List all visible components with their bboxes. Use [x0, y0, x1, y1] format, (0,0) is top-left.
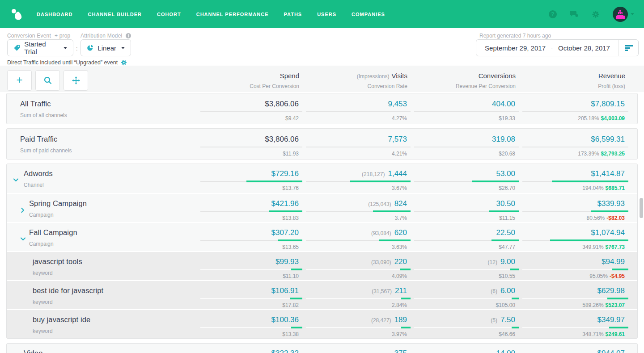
cell-revenue: $6,599.31173.39%$2,793.25 [522, 129, 628, 159]
row-name-cell: Video [7, 344, 197, 353]
nav-item-users[interactable]: USERS [317, 12, 336, 17]
filter-separator: : [76, 45, 78, 52]
cell-value-line: $421.96 [200, 199, 302, 208]
cell-value-line: (31,567)211 [306, 286, 411, 295]
nav-item-paths[interactable]: PATHS [284, 12, 302, 17]
row-title: buy javascript ide [33, 315, 197, 324]
column-header-visits[interactable]: (Impressions)VisitsConversion Rate [306, 72, 411, 89]
cell-value-line: 14.00 [414, 349, 519, 353]
app-logo-icon[interactable] [10, 8, 23, 21]
date-filter-button[interactable] [619, 40, 638, 56]
divider-line [306, 269, 411, 270]
cell-main-value: 53.00 [496, 169, 515, 178]
help-icon[interactable]: ? [548, 10, 557, 19]
progress-bar [401, 327, 411, 328]
cell-sub-line: $17.82 [200, 302, 302, 308]
column-header-conversions[interactable]: ConversionsRevenue Per Conversion [415, 72, 519, 89]
cell-sub-line: 3.97% [306, 331, 411, 337]
cell-divider [414, 210, 519, 212]
table-row-adwords[interactable]: AdwordsChannel$729.16$13.76(218,127)1,44… [7, 164, 637, 193]
cell-paren-value: (28,427) [371, 317, 391, 324]
row-title: Paid Traffic [20, 135, 197, 143]
cell-sub-line: 3.63% [306, 244, 411, 250]
nav-item-dashboard[interactable]: DASHBOARD [37, 12, 73, 17]
column-header-revenue[interactable]: RevenueProfit (loss) [523, 72, 629, 89]
progress-bar [291, 269, 302, 270]
cell-revenue: $94.9995.05%-$4.95 [522, 252, 628, 280]
cell-sub-value: $10.55 [499, 273, 515, 279]
scrollbar-thumb[interactable] [640, 198, 643, 218]
conversion-event-value: Started Trial [24, 40, 59, 55]
cell-revenue: $349.97348.71%$249.61 [522, 310, 628, 338]
progress-bar [290, 298, 302, 299]
cell-divider [522, 240, 628, 241]
cell-divider [306, 146, 411, 148]
cell-sub-line: 194.04%$685.71 [522, 185, 628, 191]
attribution-model-dropdown[interactable]: Linear [80, 39, 131, 56]
cell-sub-value: $26.70 [499, 185, 515, 191]
table-row-fall-campaign[interactable]: Fall CampaignCampaign$307.20$13.65(93,08… [7, 222, 637, 251]
nav-item-companies[interactable]: COMPANIES [352, 12, 385, 17]
table-row-javascript-tools[interactable]: javascript toolskeyword$99.93$11.10(33,0… [7, 251, 637, 280]
cell-sub-value: 95.05% [589, 273, 608, 279]
add-prop-link[interactable]: + prop [55, 33, 71, 39]
cell-value-line: $3,806.06 [200, 135, 302, 144]
chat-icon[interactable] [570, 10, 579, 19]
cell-paren-value: (6) [491, 288, 497, 294]
divider-line [522, 111, 628, 112]
search-button[interactable] [35, 70, 60, 91]
cell-main-value: 220 [394, 257, 407, 266]
table-row-paid-traffic[interactable]: Paid TrafficSum of paid channels$3,806.0… [7, 129, 637, 159]
cell-main-value: $307.20 [271, 228, 299, 237]
nav-item-cohort[interactable]: COHORT [157, 12, 181, 17]
cell-main-value: 7,573 [388, 135, 407, 144]
settings-icon[interactable] [591, 10, 600, 19]
nav-item-channel-performance[interactable]: CHANNEL PERFORMANCE [196, 12, 269, 17]
cell-spend: $322.32 [200, 344, 302, 353]
table-row-buy-javascript-ide[interactable]: buy javascript idekeyword$100.36$13.38(2… [7, 309, 637, 338]
cell-sub-line: 589.26%$523.07 [522, 302, 628, 308]
table-row-video[interactable]: Video$322.3237514.00$944.07 [7, 344, 637, 353]
chevron-right-icon[interactable] [20, 207, 26, 215]
row-subtitle: Campaign [29, 241, 197, 247]
table-row-best-ide-for-javascript[interactable]: best ide for javascriptkeyword$106.91$17… [7, 280, 637, 309]
date-range-picker[interactable]: September 29, 2017 - October 28, 2017 [476, 39, 639, 56]
pie-chart-icon [87, 44, 93, 51]
cell-divider [306, 240, 411, 241]
cell-value-line: (33,090)220 [306, 257, 411, 266]
column-header-top: Spend [201, 72, 299, 80]
chevron-down-icon[interactable] [20, 236, 26, 244]
cell-main-value: $339.93 [597, 199, 625, 208]
cell-profit-value: $685.71 [606, 185, 625, 191]
avatar[interactable] [613, 7, 628, 22]
chevron-down-icon[interactable] [13, 177, 19, 185]
column-header-label: Spend [280, 72, 299, 80]
cell-main-value: $99.93 [275, 257, 299, 266]
cell-sub-value: $11.15 [499, 215, 515, 221]
cell-value-line: $100.36 [200, 315, 302, 324]
column-header-paren: (Impressions) [357, 73, 390, 80]
progress-bar [609, 327, 628, 328]
cell-main-value: 7.50 [500, 315, 515, 324]
table-header: + SpendCost Per Conversion(Impressions)V… [0, 66, 644, 92]
nav-item-channel-builder[interactable]: CHANNEL BUILDER [88, 12, 142, 17]
cell-divider [414, 327, 519, 328]
divider-line [414, 269, 519, 270]
cell-paren-value: (5) [491, 317, 497, 324]
cell-main-value: 824 [394, 199, 407, 208]
move-button[interactable] [64, 70, 88, 91]
cell-main-value: 1,444 [388, 169, 407, 178]
cell-spend: $99.93$11.10 [200, 252, 302, 280]
cell-conversions: (6)6.00$105.00 [414, 281, 519, 309]
table-row-spring-campaign[interactable]: Spring CampaignCampaign$421.96$13.83(125… [7, 193, 637, 222]
gear-icon[interactable] [121, 59, 127, 66]
cell-sub-line: $13.76 [200, 185, 302, 191]
cell-sub-value: 3.97% [392, 331, 407, 337]
info-icon[interactable] [126, 33, 131, 38]
add-channel-button[interactable]: + [7, 70, 32, 91]
column-header-spend[interactable]: SpendCost Per Conversion [201, 72, 303, 89]
table-row-all-traffic[interactable]: All TrafficSum of all channels$3,806.06$… [7, 93, 637, 124]
cell-sub-value: 589.26% [582, 302, 603, 308]
user-menu[interactable] [613, 7, 634, 22]
conversion-event-dropdown[interactable]: Started Trial [7, 39, 73, 56]
